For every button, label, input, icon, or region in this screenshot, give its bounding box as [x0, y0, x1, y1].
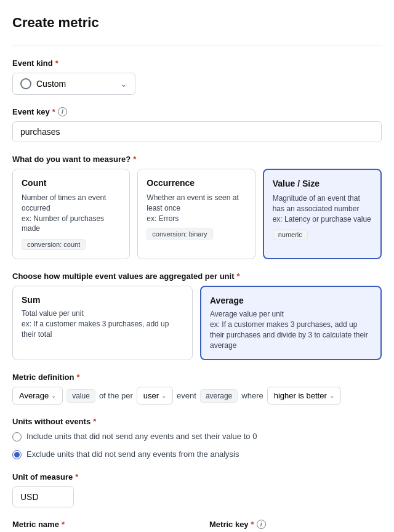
- metric-definition-section: Metric definition * Average ⌄ value of t…: [12, 373, 382, 405]
- event-key-label: Event key * i: [12, 107, 382, 116]
- info-icon: i: [58, 107, 67, 116]
- unit-select[interactable]: user ⌄: [137, 387, 173, 405]
- metric-key-field: Metric key * i: [209, 520, 382, 532]
- chevron-down-icon: ⌄: [51, 392, 56, 399]
- measure-value-size-desc: Magnitude of an event that has an associ…: [273, 193, 372, 224]
- agg-sum-title: Sum: [22, 295, 183, 305]
- metric-name-field: Metric name *: [12, 520, 185, 532]
- measure-card-occurrence[interactable]: Occurrence Whether an event is seen at l…: [137, 169, 255, 259]
- measure-label: What do you want to measure? *: [12, 155, 382, 164]
- chevron-down-icon: ⌄: [329, 392, 334, 399]
- measure-occurrence-title: Occurrence: [147, 178, 246, 188]
- direction-select[interactable]: higher is better ⌄: [267, 387, 341, 405]
- include-radio-input[interactable]: [12, 432, 22, 441]
- chevron-down-icon: ⌄: [120, 79, 127, 89]
- measure-occurrence-tag: conversion: binary: [147, 228, 212, 240]
- measure-card-count[interactable]: Count Number of times an event occurred …: [12, 169, 130, 259]
- metric-definition-label: Metric definition *: [12, 373, 382, 382]
- required-marker: *: [76, 373, 79, 382]
- agg-card-sum[interactable]: Sum Total value per unit ex: If a custom…: [12, 286, 193, 360]
- measure-cards-row: Count Number of times an event occurred …: [12, 169, 382, 259]
- chevron-down-icon: ⌄: [161, 392, 166, 399]
- required-marker: *: [133, 155, 136, 164]
- units-radio-group: Include units that did not send any even…: [12, 431, 382, 459]
- measure-occurrence-desc: Whether an event is seen at least once e…: [147, 193, 246, 224]
- required-marker: *: [75, 472, 78, 482]
- aggregation-label: Choose how multiple event values are agg…: [12, 272, 382, 281]
- radio-include: Include units that did not send any even…: [12, 431, 382, 442]
- event-label: event: [177, 391, 196, 400]
- agg-sum-desc: Total value per unit ex: If a customer m…: [22, 308, 183, 339]
- aggregation-select[interactable]: Average ⌄: [12, 387, 63, 405]
- required-marker: *: [93, 417, 96, 426]
- of-label: of the per: [99, 391, 133, 400]
- agg-average-title: Average: [210, 296, 372, 305]
- required-marker: *: [52, 107, 55, 116]
- metric-name-label: Metric name *: [12, 520, 185, 529]
- event-key-input[interactable]: [12, 121, 382, 142]
- divider: [12, 46, 382, 46]
- units-without-events-label: Units without events *: [12, 417, 382, 426]
- measure-count-title: Count: [22, 178, 121, 188]
- required-marker: *: [236, 272, 239, 281]
- event-key-section: Event key * i: [12, 107, 382, 142]
- required-marker: *: [62, 520, 65, 529]
- measure-section: What do you want to measure? * Count Num…: [12, 155, 382, 259]
- event-kind-label: Event kind *: [12, 58, 382, 68]
- required-marker: *: [55, 58, 58, 68]
- bottom-row: Metric name * Metric key * i: [12, 520, 382, 532]
- measure-count-desc: Number of times an event occurred ex: Nu…: [22, 193, 121, 234]
- unit-of-measure-label: Unit of measure *: [12, 472, 382, 482]
- info-icon: i: [257, 520, 266, 529]
- aggregation-cards-row: Sum Total value per unit ex: If a custom…: [12, 286, 382, 360]
- where-label: where: [241, 391, 263, 400]
- metric-key-label: Metric key * i: [209, 520, 382, 529]
- value-label: value: [66, 389, 95, 403]
- custom-circle-icon: [20, 78, 31, 89]
- measure-value-size-tag: numeric: [273, 229, 308, 240]
- unit-of-measure-input[interactable]: [12, 486, 74, 507]
- event-kind-dropdown[interactable]: Custom ⌄: [12, 73, 135, 95]
- units-without-events-section: Units without events * Include units tha…: [12, 417, 382, 459]
- required-marker: *: [251, 520, 254, 529]
- agg-card-average[interactable]: Average Average value per unit ex: If a …: [200, 286, 382, 360]
- measure-value-size-title: Value / Size: [273, 179, 372, 188]
- metric-definition-row: Average ⌄ value of the per user ⌄ event …: [12, 387, 382, 405]
- radio-exclude: Exclude units that did not send any even…: [12, 449, 382, 460]
- event-tag: average: [200, 389, 238, 403]
- aggregation-section: Choose how multiple event values are agg…: [12, 272, 382, 360]
- event-kind-section: Event kind * Custom ⌄: [12, 58, 382, 95]
- page-title: Create metric: [12, 15, 382, 31]
- measure-count-tag: conversion: count: [22, 239, 86, 250]
- unit-of-measure-section: Unit of measure *: [12, 472, 382, 507]
- exclude-radio-input[interactable]: [12, 450, 22, 459]
- agg-average-desc: Average value per unit ex: If a customer…: [210, 309, 372, 350]
- measure-card-value-size[interactable]: Value / Size Magnitude of an event that …: [263, 169, 382, 259]
